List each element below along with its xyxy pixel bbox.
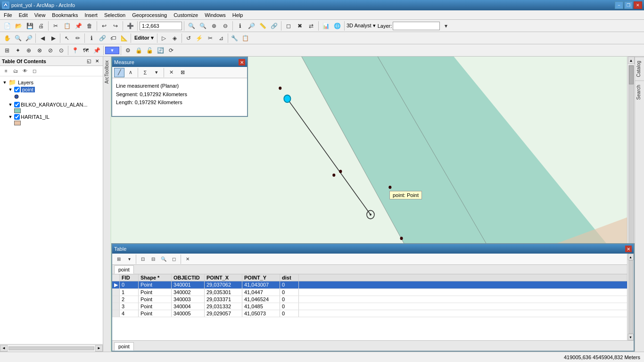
zoom-previous[interactable]: ◀ [37,33,48,43]
zoom-to-selected-btn[interactable]: 🔍 [159,255,168,264]
digitize-btn2[interactable]: ✦ [13,45,23,56]
menu-insert[interactable]: Insert [82,11,100,19]
redo-button[interactable]: ↪ [110,21,121,31]
open-button[interactable]: 📂 [13,21,24,31]
menu-view[interactable]: View [32,11,49,19]
expand-point-icon[interactable]: ▼ [8,87,13,92]
menu-selection[interactable]: Selection [101,11,128,19]
restore-button[interactable]: ❐ [624,1,633,9]
digitize-btn6[interactable]: ⊙ [56,45,66,56]
fixed-zoom-in[interactable]: ⊕ [209,21,219,31]
undo-button[interactable]: ↩ [99,21,109,31]
switch-selection[interactable]: ⇄ [306,21,316,31]
toc-layer-harita[interactable]: ▼ HARITA1_IL [6,114,103,120]
paste-button[interactable]: 📌 [73,21,83,31]
digitize-btn1[interactable]: ⊞ [2,45,12,56]
zoom-in-tool[interactable]: 🔍 [13,33,23,43]
label-tool[interactable]: 🏷 [108,33,118,43]
menu-help[interactable]: Help [230,11,246,19]
bilko-layer-checkbox[interactable] [14,102,20,107]
toc-selection-btn[interactable]: ◻ [30,67,39,75]
zoom-out-tool[interactable]: 🔎 [24,33,34,43]
more-tools5[interactable]: ⟳ [166,45,176,56]
save-button[interactable]: 💾 [25,21,35,31]
toc-float-btn[interactable]: ◱ [85,58,92,65]
edit-vertices[interactable]: ◈ [170,33,180,43]
arctoolbox-left-tab[interactable]: ArcToolbox [103,57,110,87]
header-pointx[interactable]: POINT_X [205,274,242,281]
select-all-btn[interactable]: ⊡ [138,255,148,264]
snap-settings[interactable]: 🔧 [230,33,240,43]
more-tools4[interactable]: 🔄 [155,45,165,56]
measure-options[interactable]: ▾ [151,68,162,77]
find-button[interactable]: 🔎 [246,21,256,31]
coord-btn3[interactable]: 📌 [91,45,102,56]
point-layer-checkbox[interactable] [14,87,20,92]
measure-line-tool[interactable]: ╱ [114,68,124,77]
harita-layer-checkbox[interactable] [14,114,20,120]
table-scroll-up[interactable]: ▲ [628,254,634,260]
add-data-button[interactable]: ➕ [125,21,135,31]
toc-group-layers[interactable]: ▼ 📁 Layers [0,78,103,86]
search-tab[interactable]: Search [635,81,644,104]
highlight-color[interactable]: ▼ [105,47,119,54]
table-row-1[interactable]: 1 Point 340002 29,035301 41,0447 0 [112,289,634,296]
toc-visibility-btn[interactable]: 👁 [21,67,29,75]
digitize-btn3[interactable]: ⊕ [24,45,34,56]
table-row-3[interactable]: 3 Point 340004 29,031332 41,0485 0 [112,303,634,310]
cut-poly-tool[interactable]: ✂ [205,33,215,43]
more-tools2[interactable]: 🔒 [133,45,144,56]
measure-close-button[interactable]: ✕ [239,59,245,66]
table-clear-btn[interactable]: ◻ [169,255,179,264]
toc-source-btn[interactable]: 🗂 [11,67,20,75]
toc-layer-bilko[interactable]: ▼ BILKO_KARAYOLU_ALAN... [6,101,103,108]
hyperlink-tool[interactable]: 🔗 [97,33,107,43]
catalog-tab[interactable]: Catalog [635,57,644,81]
digitize-btn5[interactable]: ⊘ [45,45,56,56]
toc-list-btn[interactable]: ≡ [2,67,10,75]
table-delete-btn[interactable]: ✕ [183,255,192,264]
table-vscrollbar[interactable]: ▲ ▼ [627,254,634,340]
map-vscroll-thumb[interactable] [629,66,634,84]
identify-button[interactable]: ℹ [235,21,245,31]
digitize-btn4[interactable]: ⊗ [34,45,45,56]
reshape-tool[interactable]: ⊿ [216,33,226,43]
menu-edit[interactable]: Edit [16,11,31,19]
measure-clear[interactable]: ✕ [166,68,176,77]
point-tab[interactable]: point [114,265,134,274]
pan-tool[interactable]: ✋ [2,33,12,43]
header-pointy[interactable]: POINT_Y [242,274,280,281]
measure-header[interactable]: Measure ✕ [112,58,247,67]
table-close-button[interactable]: ✕ [625,246,632,252]
header-fid[interactable]: FID [120,274,139,281]
table-scroll-down[interactable]: ▼ [628,334,634,340]
table-row-2[interactable]: 2 Point 340003 29,033371 41,046524 0 [112,296,634,303]
toc-layer-point[interactable]: ▼ point [6,86,103,93]
measure-button[interactable]: 📏 [257,21,268,31]
new-button[interactable]: 📄 [2,21,12,31]
table-options2-btn[interactable]: ▾ [124,255,134,264]
table-header[interactable]: Table ✕ [112,244,634,254]
scale-input[interactable] [140,22,182,30]
layer-input[interactable] [393,22,440,30]
delete-button[interactable]: 🗑 [84,21,95,31]
menu-bookmarks[interactable]: Bookmarks [49,11,81,19]
sketch-tool[interactable]: ▷ [159,33,169,43]
fixed-zoom-out[interactable]: ⊖ [220,21,231,31]
table-row-0[interactable]: ▶ 0 Point 340001 29,037062 41,043007 0 [112,281,634,289]
header-dist[interactable]: dist [280,274,299,281]
graticule[interactable]: 🌐 [332,21,342,31]
zoom-out-full[interactable]: 🔍 [198,21,208,31]
split-tool[interactable]: ⚡ [194,33,205,43]
measure-tool[interactable]: 📐 [119,33,129,43]
toc-scroll-right[interactable]: ► [95,345,103,352]
open-table[interactable]: 📊 [321,21,331,31]
clear-selected[interactable]: ✖ [295,21,305,31]
map-scroll-up[interactable]: ▲ [628,57,635,64]
coord-btn1[interactable]: 📍 [70,45,80,56]
zoom-in-full[interactable]: 🔍 [186,21,197,31]
hyperlink-button[interactable]: 🔗 [269,21,279,31]
measure-polyline-tool[interactable]: ∧ [125,68,136,77]
print-button[interactable]: 🖨 [36,21,46,31]
more-tools3[interactable]: 🔓 [144,45,155,56]
